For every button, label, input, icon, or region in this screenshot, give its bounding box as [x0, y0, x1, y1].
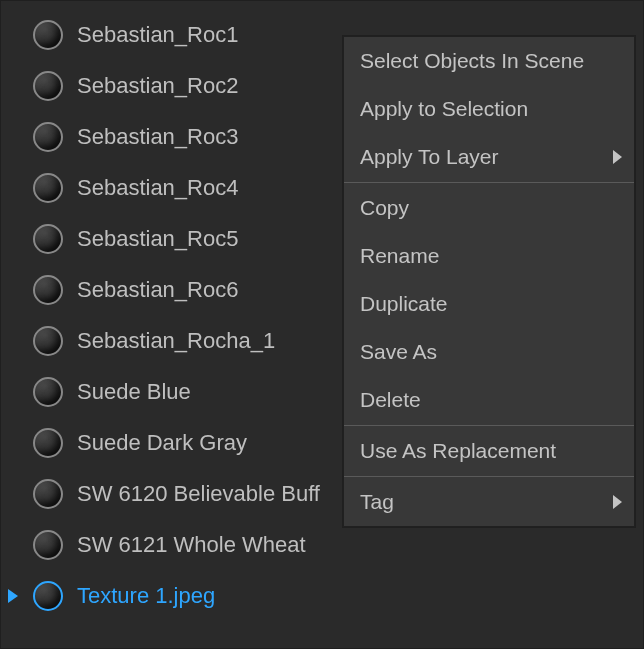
svg-marker-12	[613, 150, 622, 164]
menu-separator	[344, 425, 634, 426]
menu-item-label: Save As	[360, 340, 437, 364]
menu-item-use-as-replacement[interactable]: Use As Replacement	[344, 427, 634, 475]
menu-item-label: Apply to Selection	[360, 97, 528, 121]
material-swatch-icon	[33, 122, 63, 152]
submenu-arrow-icon	[613, 490, 622, 514]
material-swatch-icon	[33, 275, 63, 305]
menu-item-select-objects-in-scene[interactable]: Select Objects In Scene	[344, 37, 634, 85]
menu-item-duplicate[interactable]: Duplicate	[344, 280, 634, 328]
material-swatch-icon	[33, 224, 63, 254]
material-swatch-icon	[33, 20, 63, 50]
menu-item-copy[interactable]: Copy	[344, 184, 634, 232]
material-swatch-icon	[33, 479, 63, 509]
material-label: SW 6120 Believable Buff	[77, 481, 320, 507]
material-swatch-icon	[33, 581, 63, 611]
material-swatch-icon	[33, 326, 63, 356]
menu-item-label: Apply To Layer	[360, 145, 499, 169]
submenu-arrow-icon	[613, 145, 622, 169]
svg-marker-11	[8, 589, 18, 603]
material-swatch-icon	[33, 377, 63, 407]
material-row[interactable]: Texture 1.jpeg	[1, 570, 643, 621]
menu-item-label: Duplicate	[360, 292, 448, 316]
material-label: Suede Blue	[77, 379, 191, 405]
context-menu: Select Objects In Scene Apply to Selecti…	[343, 36, 635, 527]
menu-item-label: Rename	[360, 244, 439, 268]
menu-item-label: Delete	[360, 388, 421, 412]
menu-separator	[344, 476, 634, 477]
menu-item-label: Copy	[360, 196, 409, 220]
material-label: Suede Dark Gray	[77, 430, 247, 456]
svg-marker-13	[613, 495, 622, 509]
material-label: Sebastian_Roc6	[77, 277, 238, 303]
material-label: Sebastian_Roc1	[77, 22, 238, 48]
material-swatch-icon	[33, 71, 63, 101]
menu-item-label: Use As Replacement	[360, 439, 556, 463]
materials-panel: Sebastian_Roc1 Sebastian_Roc2 Sebastian_…	[0, 0, 644, 649]
selected-arrow-icon	[8, 583, 18, 609]
menu-item-label: Select Objects In Scene	[360, 49, 584, 73]
material-label: Sebastian_Roc5	[77, 226, 238, 252]
material-label: Texture 1.jpeg	[77, 583, 215, 609]
menu-item-apply-to-selection[interactable]: Apply to Selection	[344, 85, 634, 133]
material-label: SW 6121 Whole Wheat	[77, 532, 306, 558]
menu-item-rename[interactable]: Rename	[344, 232, 634, 280]
menu-separator	[344, 182, 634, 183]
menu-item-apply-to-layer[interactable]: Apply To Layer	[344, 133, 634, 181]
menu-item-delete[interactable]: Delete	[344, 376, 634, 424]
menu-item-label: Tag	[360, 490, 394, 514]
material-swatch-icon	[33, 173, 63, 203]
material-label: Sebastian_Rocha_1	[77, 328, 275, 354]
material-swatch-icon	[33, 530, 63, 560]
material-label: Sebastian_Roc2	[77, 73, 238, 99]
menu-item-save-as[interactable]: Save As	[344, 328, 634, 376]
material-swatch-icon	[33, 428, 63, 458]
material-label: Sebastian_Roc3	[77, 124, 238, 150]
menu-item-tag[interactable]: Tag	[344, 478, 634, 526]
material-label: Sebastian_Roc4	[77, 175, 238, 201]
